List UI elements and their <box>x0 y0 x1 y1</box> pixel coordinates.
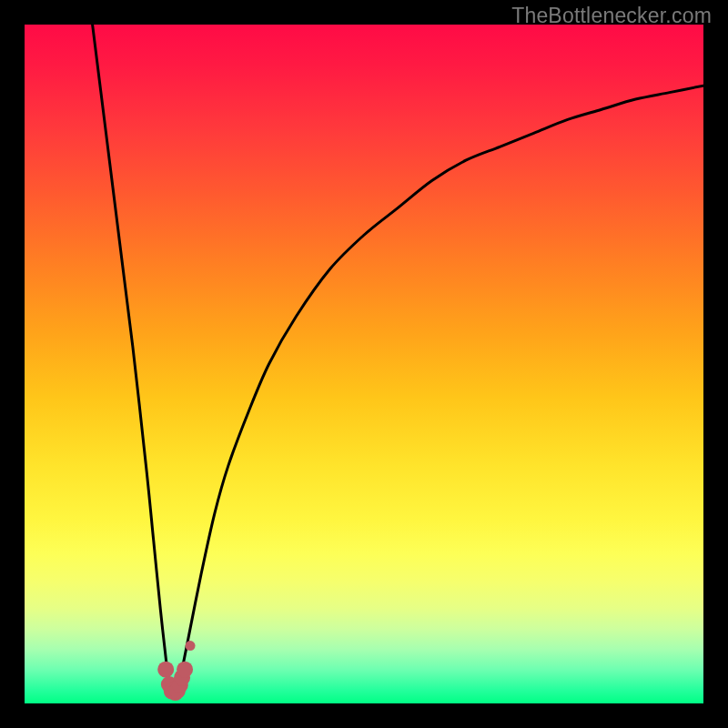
bottleneck-curve-line <box>93 25 703 697</box>
optimum-marker-point <box>157 662 174 678</box>
attribution-text: TheBottlenecker.com <box>511 4 712 28</box>
optimum-marker-point <box>186 641 196 651</box>
chart-plot-area <box>25 25 703 703</box>
optimum-marker-point <box>177 662 193 678</box>
optimum-marker-group <box>157 641 195 701</box>
chart-svg <box>25 25 703 703</box>
